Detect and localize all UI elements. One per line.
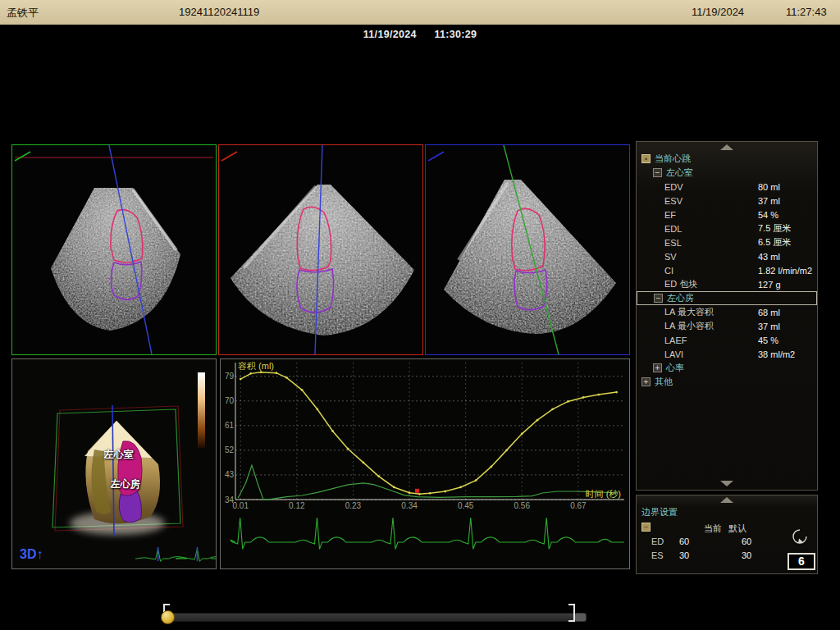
volume-time-chart-panel: 7970615243340.010.120.230.340.450.560.67… xyxy=(220,358,630,569)
measurement-value: 1.82 l/min/m2 xyxy=(758,266,812,276)
ytick-label: 43 xyxy=(225,470,235,479)
expand-icon[interactable]: + xyxy=(641,377,651,386)
measurement-label: EDL xyxy=(664,224,682,234)
measurement-label: ED 包块 xyxy=(664,278,697,290)
boundary-settings-panel: 边界设置 − 当前 默认 ED6060ES3030 6 xyxy=(636,495,818,574)
cine-slider-knob[interactable] xyxy=(161,610,175,624)
y-axis-title: 容积 (ml) xyxy=(238,361,274,371)
measurement-row: LAEF45 % xyxy=(637,333,817,347)
measurement-label: 当前心跳 xyxy=(655,153,691,165)
boundary-tree-icon[interactable]: − xyxy=(641,523,651,532)
ultrasound-image-b xyxy=(219,145,422,354)
la-3d-surface[interactable] xyxy=(119,491,141,523)
measurement-label: LAEF xyxy=(664,336,687,345)
acquisition-timestamp: 11/19/2024 11:30:29 xyxy=(0,29,840,40)
exam-time: 11:27:43 xyxy=(786,6,827,18)
la-label: 左心房 xyxy=(111,477,140,491)
column-current: 当前 xyxy=(704,523,722,535)
ecg-trace xyxy=(231,518,624,549)
curve-point xyxy=(331,430,334,432)
measurement-value: 38 ml/m2 xyxy=(758,349,795,359)
measurement-value: 127 g xyxy=(758,280,781,290)
tree-section[interactable]: ▪当前心跳 xyxy=(637,152,817,166)
ultrasound-speckle xyxy=(444,180,616,334)
cine-range-end-knob[interactable] xyxy=(574,613,587,622)
boundary-current-value[interactable]: 60 xyxy=(679,536,689,546)
curve-point xyxy=(536,419,539,422)
boundary-current-value[interactable]: 30 xyxy=(679,550,689,560)
expand-icon[interactable]: + xyxy=(653,363,662,372)
beat-count-indicator[interactable]: 6 xyxy=(788,553,815,570)
scroll-down-arrow[interactable] xyxy=(720,481,733,486)
ultrasound-view-b[interactable] xyxy=(218,144,423,355)
tree-section[interactable]: +心率 xyxy=(637,361,817,375)
ytick-label: 61 xyxy=(225,421,235,430)
current-frame-marker[interactable] xyxy=(415,489,419,493)
xtick-label: 0.34 xyxy=(401,501,418,510)
scroll-up-arrow[interactable] xyxy=(720,144,733,150)
ultrasound-view-c[interactable] xyxy=(425,144,630,355)
curve-point xyxy=(429,492,431,495)
ytick-label: 70 xyxy=(225,396,235,405)
patient-id: 19241120241119 xyxy=(179,6,259,18)
tree-root-icon[interactable]: ▪ xyxy=(641,154,651,163)
measurement-label: 左心房 xyxy=(667,292,694,304)
curve-point xyxy=(393,486,395,489)
collapse-icon[interactable]: − xyxy=(654,294,663,303)
ultrasound-view-a[interactable] xyxy=(11,144,217,355)
boundary-default-value[interactable]: 60 xyxy=(742,536,751,546)
cine-slider-track[interactable] xyxy=(167,613,584,622)
xtick-label: 0.23 xyxy=(345,501,362,510)
measurement-value: 37 ml xyxy=(758,322,780,331)
collapse-icon[interactable]: − xyxy=(653,168,662,177)
boundary-label[interactable]: ED xyxy=(651,536,664,546)
measurement-row: CI1.82 l/min/m2 xyxy=(637,263,817,277)
tree-section[interactable]: +其他 xyxy=(637,375,817,389)
cine-control xyxy=(0,599,840,630)
xtick-label: 0.56 xyxy=(514,501,531,510)
curve-point xyxy=(567,400,569,403)
measurement-label: LA 最大容积 xyxy=(664,306,714,318)
measurement-label: EF xyxy=(664,210,676,220)
boundary-default-value[interactable]: 30 xyxy=(742,550,751,560)
column-default: 默认 xyxy=(728,523,746,535)
measurement-row: EDV80 ml xyxy=(637,180,817,194)
curve-point xyxy=(418,493,421,495)
ecg-strip xyxy=(221,511,629,568)
ytick-label: 52 xyxy=(225,445,235,454)
curve-point xyxy=(347,448,349,450)
measurement-value: 68 ml xyxy=(758,308,780,317)
rotate-icon[interactable] xyxy=(789,526,810,550)
tree-section[interactable]: −左心房 xyxy=(637,291,817,305)
curve-point xyxy=(275,372,277,374)
curve-point xyxy=(260,371,262,373)
measurement-row: ESL6.5 厘米 xyxy=(637,235,817,249)
ultrasound-image-a xyxy=(12,145,216,354)
curve-point xyxy=(582,396,585,399)
measurement-row: EDL7.5 厘米 xyxy=(637,221,817,235)
scroll-up-arrow-lower[interactable] xyxy=(720,497,733,503)
ultrasound-image-c xyxy=(426,145,629,354)
measurement-row: LA 最大容积68 ml xyxy=(637,305,817,319)
boundary-label[interactable]: ES xyxy=(651,550,664,560)
acquisition-time: 11:30:29 xyxy=(434,29,477,40)
measurement-tree: ▪当前心跳−左心室EDV80 mlESV37 mlEF54 %EDL7.5 厘米… xyxy=(637,152,817,389)
curve-point xyxy=(363,462,365,464)
curve-point xyxy=(249,372,252,375)
tree-section[interactable]: −左心室 xyxy=(637,166,817,180)
application-window: 孟铁平 19241120241119 11/19/2024 11:27:43 1… xyxy=(0,0,840,630)
curve-point xyxy=(444,491,446,493)
corner-orientation-mark xyxy=(15,152,30,161)
measurement-value: 54 % xyxy=(758,210,778,220)
volume-time-chart: 7970615243340.010.120.230.340.450.560.67… xyxy=(221,359,629,510)
lv-label: 左心室 xyxy=(104,448,134,462)
measurement-label: CI xyxy=(664,266,673,276)
volume-3d-view[interactable]: 左心室 左心房 3D↑ xyxy=(11,358,217,569)
3d-mode-label: 3D↑ xyxy=(20,547,43,562)
measurement-panel: ▪当前心跳−左心室EDV80 mlESV37 mlEF54 %EDL7.5 厘米… xyxy=(636,141,818,491)
mini-ecg xyxy=(135,547,216,561)
measurement-value: 6.5 厘米 xyxy=(758,236,791,249)
ultrasound-speckle xyxy=(231,185,414,336)
ultrasound-speckle xyxy=(51,188,180,331)
loop-end-bracket[interactable] xyxy=(568,604,575,622)
